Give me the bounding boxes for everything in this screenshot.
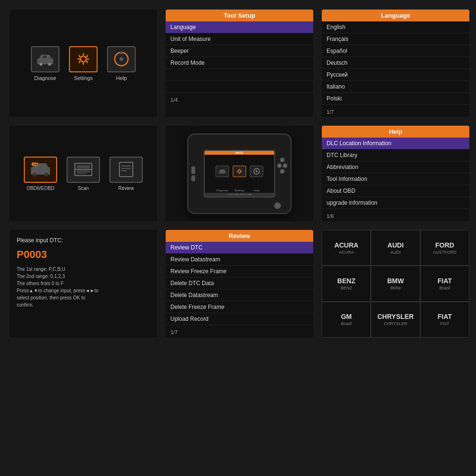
device-sub-diagnose: Diagnose — [216, 189, 229, 192]
tool-setup-row-record[interactable]: Record Mode — [166, 57, 313, 69]
brand-chrysler-large: CHRYSLER — [377, 313, 414, 320]
dtc-input-title: Please input DTC: — [17, 237, 150, 244]
tool-setup-panel: Tool Setup Language Unit of Measure Beep… — [166, 10, 313, 117]
gear-icon — [75, 50, 92, 68]
brand-ford-large: FORD — [435, 241, 454, 249]
language-footer: 1/7 — [322, 107, 469, 117]
car-icon — [36, 52, 54, 66]
svg-point-2 — [48, 63, 51, 66]
svg-rect-0 — [37, 59, 53, 64]
obd-icons-row: CHK OBDII/EOBD Scan — [24, 157, 143, 191]
brand-gm-small: Brazil — [341, 321, 352, 326]
review-row-delete-dtc[interactable]: Delete DTC Data — [166, 278, 313, 289]
dtc-description: The 1st range: P,C,B,U The 2nd range: 0,… — [17, 266, 150, 308]
svg-rect-17 — [77, 173, 86, 174]
svg-text:CHK: CHK — [33, 163, 38, 166]
device-panel: ANCEL Diagnose Settings Help — [166, 126, 313, 221]
review-header: Review — [166, 230, 313, 242]
brand-audi-large: AUDI — [387, 241, 404, 249]
language-german[interactable]: Deutsch — [322, 57, 469, 69]
menu-item-help[interactable]: Help — [107, 46, 136, 81]
brand-cell-audi[interactable]: AUDI AUDI — [371, 230, 420, 266]
brand-benz-small: BENZ — [341, 286, 352, 290]
dtc-input-panel: Please input DTC: P0003 The 1st range: P… — [10, 230, 157, 337]
device-screen: ANCEL Diagnose Settings Help — [204, 150, 275, 198]
device-brand: ANCEL — [235, 151, 243, 154]
settings-icon-box — [69, 46, 98, 72]
language-french[interactable]: Français — [322, 33, 469, 45]
device-model: Fx2000 OBDLL/EOGD+CAN — [227, 193, 251, 196]
svg-point-27 — [256, 170, 258, 172]
brand-fiat-brazil-large: FIAT — [437, 277, 452, 285]
review-row-freeze[interactable]: Review Freeze Frame — [166, 266, 313, 278]
help-row-upgrade[interactable]: upgrade information — [322, 197, 469, 209]
device-sub-help: Help — [250, 189, 263, 192]
scan-icon — [73, 161, 94, 178]
language-italian[interactable]: Italiano — [322, 81, 469, 93]
help-row-tool-info[interactable]: Tool Information — [322, 173, 469, 185]
language-russian[interactable]: Русский — [322, 69, 469, 81]
brand-cell-fiat[interactable]: FIAT FIAT — [420, 302, 469, 337]
review-row-delete-data[interactable]: Delete Datastream — [166, 289, 313, 301]
tool-setup-row-empty1 — [166, 69, 313, 81]
language-header: Language — [322, 10, 469, 21]
help-row-dtc[interactable]: DTC Library — [322, 149, 469, 161]
diagnose-label: Diagnose — [34, 75, 56, 81]
scan-label: Scan — [78, 186, 89, 191]
svg-point-10 — [44, 173, 48, 177]
menu-item-diagnose[interactable]: Diagnose — [31, 46, 60, 81]
menu-icons-row: Diagnose Setti — [31, 46, 136, 81]
menu-item-settings[interactable]: Settings — [69, 46, 98, 81]
help-row-dlc[interactable]: DLC Location Information — [322, 138, 469, 149]
device-screen-labels: Diagnose Settings Help — [205, 188, 274, 193]
svg-point-25 — [238, 170, 241, 173]
brand-cell-gm[interactable]: GM Brazil — [322, 302, 371, 337]
language-spanish[interactable]: Español — [322, 45, 469, 57]
language-polish[interactable]: Polski — [322, 93, 469, 105]
obdii-icon-box: CHK — [24, 157, 57, 183]
help-row-abbrev[interactable]: Abbreviation — [322, 161, 469, 173]
device-screen-help — [250, 166, 263, 177]
brand-chrysler-small: CHRYSLER — [384, 321, 407, 326]
language-english[interactable]: English — [322, 21, 469, 33]
brand-cell-bmw[interactable]: BMW BMW — [371, 266, 420, 301]
settings-label: Settings — [74, 75, 93, 81]
review-icon — [116, 161, 137, 178]
review-row-dtc[interactable]: Review DTC — [166, 242, 313, 254]
brand-cell-benz[interactable]: BENZ BENZ — [322, 266, 371, 301]
help-panel: Help DLC Location Information DTC Librar… — [322, 126, 469, 221]
brand-fiat-brazil-small: Brazil — [439, 286, 450, 290]
review-row-delete-freeze[interactable]: Delete Freeze Frame — [166, 301, 313, 313]
main-grid: Diagnose Setti — [10, 10, 466, 337]
tool-setup-row-unit[interactable]: Unit of Measure — [166, 33, 313, 45]
review-footer: 1/7 — [166, 327, 313, 337]
obd-item-scan[interactable]: Scan — [67, 157, 100, 191]
help-circle-icon — [113, 50, 130, 68]
tool-setup-row-beeper[interactable]: Beeper — [166, 45, 313, 57]
brand-acura-large: ACURA — [334, 241, 358, 249]
review-row-datastream[interactable]: Review Datastream — [166, 254, 313, 266]
help-header: Help — [322, 126, 469, 138]
brand-cell-acura[interactable]: ACURA ACURA — [322, 230, 371, 266]
obd-item-obdii[interactable]: CHK OBDII/EOBD — [24, 157, 57, 191]
tool-setup-header: Tool Setup — [166, 10, 313, 21]
svg-rect-18 — [119, 162, 133, 177]
device-screen-diagnose — [216, 166, 229, 177]
diagnose-icon-box — [31, 46, 60, 72]
brand-cell-chrysler[interactable]: CHRYSLER CHRYSLER — [371, 302, 420, 337]
brand-cell-ford[interactable]: FORD AUSTFORD — [420, 230, 469, 266]
main-menu-panel: Diagnose Setti — [10, 10, 157, 117]
help-label: Help — [116, 75, 127, 81]
review-row-upload[interactable]: Upload Record — [166, 313, 313, 325]
tool-setup-row-language[interactable]: Language — [166, 21, 313, 33]
help-row-about[interactable]: About OBD — [322, 185, 469, 197]
check-engine-icon: CHK — [30, 161, 51, 178]
obd-item-review[interactable]: Review — [109, 157, 143, 191]
dtc-code-prefix: P000 — [17, 248, 41, 260]
brand-audi-small: AUDI — [390, 250, 401, 255]
brand-cell-fiat-brazil[interactable]: FIAT Brazil — [420, 266, 469, 301]
brand-fiat-large: FIAT — [437, 313, 452, 320]
svg-point-9 — [33, 173, 37, 177]
svg-point-6 — [119, 57, 123, 61]
device-ok-button[interactable]: ↩ — [274, 202, 281, 209]
